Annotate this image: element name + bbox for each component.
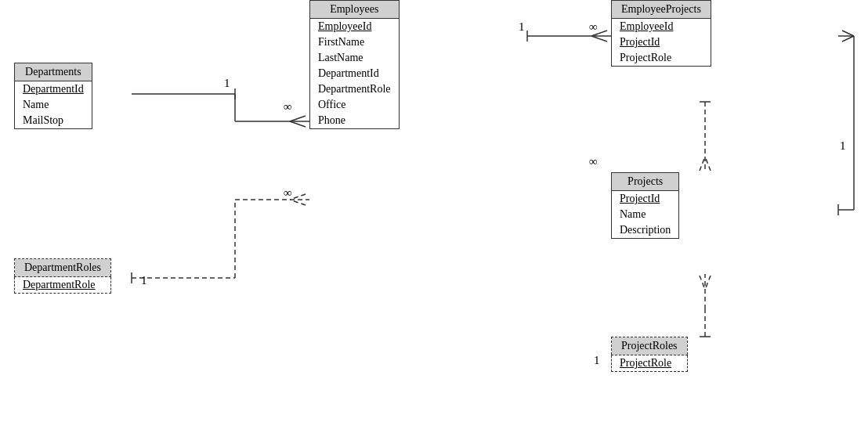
field-name: Name <box>612 207 679 222</box>
table-row: Name <box>612 207 679 222</box>
table-row: ProjectId <box>612 34 711 50</box>
employees-header: Employees <box>310 1 400 19</box>
field-employeeid: EmployeeId <box>310 19 400 35</box>
diagram-container: Departments DepartmentId Name MailStop D… <box>0 0 868 440</box>
departmentroles-header: DepartmentRoles <box>15 259 111 277</box>
departmentroles-table: DepartmentRoles DepartmentRole <box>14 258 111 294</box>
svg-line-4 <box>290 121 306 127</box>
employees-table: Employees EmployeeId FirstName LastName … <box>309 0 400 129</box>
table-row: FirstName <box>310 34 400 50</box>
field-firstname: FirstName <box>310 34 400 50</box>
table-row: Phone <box>310 113 400 129</box>
field-mailstop: MailStop <box>15 113 92 129</box>
field-departmentid: DepartmentId <box>15 81 92 98</box>
field-projectid: ProjectId <box>612 34 711 50</box>
field-employeeid: EmployeeId <box>612 19 711 35</box>
table-row: Description <box>612 222 679 239</box>
connections-svg <box>0 0 868 440</box>
svg-line-24 <box>842 31 854 36</box>
table-row: ProjectId <box>612 191 679 207</box>
table-row: EmployeeId <box>612 19 711 35</box>
projectroles-table: ProjectRoles ProjectRole <box>611 337 688 372</box>
field-departmentrole: DepartmentRole <box>15 277 111 294</box>
table-row: DepartmentId <box>310 66 400 81</box>
cardinality-proj-empproj-1: 1 <box>840 139 846 153</box>
field-projectrole: ProjectRole <box>612 50 711 67</box>
cardinality-emp-empproj-inf: ∞ <box>589 20 598 34</box>
svg-line-10 <box>290 200 306 205</box>
table-row: EmployeeId <box>310 19 400 35</box>
projects-table: Projects ProjectId Name Description <box>611 172 679 239</box>
departments-header: Departments <box>15 63 92 81</box>
field-phone: Phone <box>310 113 400 129</box>
svg-line-17 <box>700 157 705 171</box>
table-row: MailStop <box>15 113 92 129</box>
svg-line-30 <box>705 276 711 290</box>
projectroles-header: ProjectRoles <box>612 337 688 355</box>
table-row: DepartmentId <box>15 81 92 98</box>
employeeprojects-table: EmployeeProjects EmployeeId ProjectId Pr… <box>611 0 711 67</box>
field-lastname: LastName <box>310 50 400 66</box>
field-projectrole: ProjectRole <box>612 355 688 372</box>
departments-table: Departments DepartmentId Name MailStop <box>14 63 92 129</box>
table-row: Name <box>15 97 92 113</box>
field-departmentid: DepartmentId <box>310 66 400 81</box>
field-name: Name <box>15 97 92 113</box>
cardinality-emp-empproj-1: 1 <box>519 20 525 34</box>
field-office: Office <box>310 97 400 113</box>
field-projectid: ProjectId <box>612 191 679 207</box>
field-description: Description <box>612 222 679 239</box>
table-row: ProjectRole <box>612 50 711 67</box>
cardinality-projrole-1: 1 <box>594 354 600 367</box>
svg-line-29 <box>700 276 705 290</box>
svg-line-3 <box>290 116 306 121</box>
employeeprojects-header: EmployeeProjects <box>612 1 711 19</box>
table-row: LastName <box>310 50 400 66</box>
cardinality-deptrole-1: 1 <box>141 274 147 287</box>
cardinality-dept-emp-1: 1 <box>224 77 230 90</box>
projects-header: Projects <box>612 173 679 191</box>
table-row: Office <box>310 97 400 113</box>
field-departmentrole: DepartmentRole <box>310 81 400 97</box>
cardinality-emp-deptrole-inf: ∞ <box>284 186 292 200</box>
svg-line-25 <box>842 36 854 41</box>
cardinality-dept-emp-inf: ∞ <box>284 100 292 114</box>
svg-line-14 <box>591 36 607 41</box>
svg-line-18 <box>705 157 711 171</box>
svg-line-9 <box>290 194 306 200</box>
table-row: DepartmentRole <box>310 81 400 97</box>
cardinality-emp-proj-inf: ∞ <box>589 155 598 168</box>
table-row: DepartmentRole <box>15 277 111 294</box>
table-row: ProjectRole <box>612 355 688 372</box>
